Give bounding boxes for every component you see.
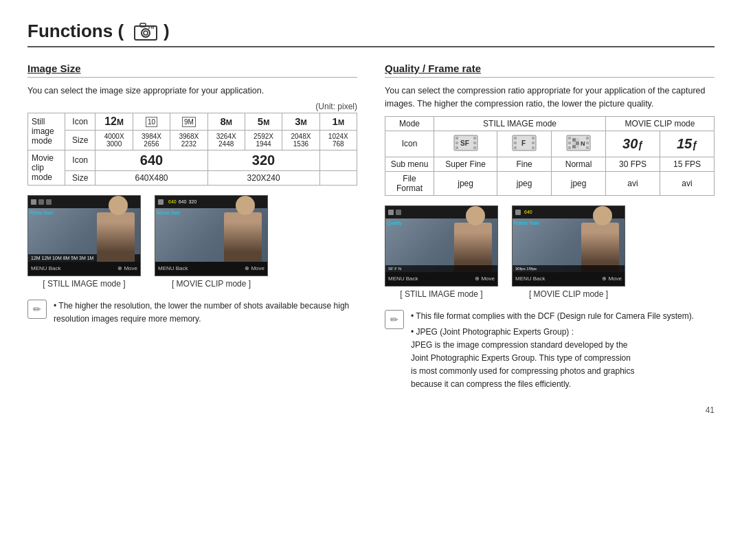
format-n: jpeg [552,171,606,195]
movie-screenshot-img: 640 640 320 Movie Size MENU Ba [155,195,268,276]
table-row: Size 4000X3000 3984X2656 3968X2232 3264X… [28,130,357,150]
svg-rect-3 [140,23,146,27]
quality-title: Quality / Frame rate [385,63,715,78]
quality-still-overlay: Quality [387,220,402,227]
fps30-icon-cell: 30ƒ [606,131,660,157]
svg-rect-24 [568,146,571,149]
movie-size-640: 640X480 [95,170,207,185]
icon-9m: 9M [170,113,207,130]
format-15fps: avi [660,171,715,195]
movie-size-empty [319,170,357,185]
format-sf: jpeg [434,171,497,195]
icon-10m: 10 [133,113,170,130]
svg-rect-14 [514,137,517,139]
still-image-header: STILL IMAGE mode [434,116,606,131]
mode-header: Mode [385,116,434,131]
format-label: FileFormat [385,171,434,195]
svg-rect-29 [576,138,579,142]
quality-note-1: • This file format complies with the DCF… [411,310,694,323]
title-text: Functions ( [27,21,124,42]
svg-point-2 [144,31,148,35]
icon-row-label: Icon [385,131,434,157]
size-1024: 1024X768 [319,130,357,150]
svg-rect-30 [572,142,576,145]
quality-desc: You can select the compression ratio app… [385,85,715,111]
movie-clip-header: MOVIE CLIP mode [606,116,715,131]
image-size-table: Stillimagemode Icon 12M 10 9M 8M 5M 3M 1… [27,113,357,186]
size-2048: 2048X1536 [282,130,319,150]
quality-movie-img: 640 Frame Rate 30fps 15fps [512,205,625,287]
svg-text:F: F [521,139,526,147]
image-size-desc: You can select the image size appropriat… [27,85,357,98]
movie-label: Movieclipmode [28,150,65,185]
page-title: Functions ( FN ) [27,21,715,47]
size-4000: 4000X3000 [95,130,133,150]
icon-1m: 1M [319,113,357,130]
quality-notes: ✏ • This file format complies with the D… [385,310,715,392]
still-screenshot-label: [ STILL IMAGE mode ] [43,279,125,289]
svg-rect-26 [586,142,589,144]
format-f: jpeg [497,171,552,195]
still-label: Stillimagemode [28,113,65,150]
icon-5m: 5M [245,113,282,130]
quality-section: Quality / Frame rate You can select the … [385,63,715,392]
submenu-30fps: 30 FPS [606,157,660,171]
image-size-note: ✏ • The higher the resolution, the lower… [27,300,357,326]
image-size-section: Image Size You can select the image size… [27,63,357,392]
svg-rect-25 [586,137,589,139]
table-row: Size 640X480 320X240 [28,170,357,185]
sf-icon: SF [453,133,478,153]
movie-icon-320: 320 [207,150,319,170]
quality-movie-label: [ MOVIE CLIP mode ] [529,289,608,299]
movie-icon-640: 640 [95,150,207,170]
svg-rect-16 [514,146,517,149]
quality-table: Mode STILL IMAGE mode MOVIE CLIP mode Ic… [385,116,715,196]
movie-icon-empty [319,150,357,170]
movie-size-320: 320X240 [207,170,319,185]
svg-rect-27 [586,146,589,149]
unit-note: (Unit: pixel) [27,102,357,111]
svg-rect-8 [456,146,458,149]
quality-note-2: • JPEG (Joint Photographic Experts Group… [411,326,694,392]
still-screenshot-img: Photo Size 12M 12M 10M 8M 5M 3M 1M [27,195,141,276]
svg-rect-18 [532,142,535,144]
f-icon-cell: F [497,131,552,157]
size-3984: 3984X2656 [133,130,170,150]
size-2592: 2592X1944 [245,130,282,150]
movie-size-label: Size [65,170,95,185]
still-overlay-text: Photo Size [30,210,53,216]
note-text: • The higher the resolution, the lower t… [54,300,357,326]
format-30fps: avi [606,171,660,195]
size-label: Size [65,130,95,150]
table-row: Movieclipmode Icon 640 320 [28,150,357,170]
svg-text:SF: SF [460,139,469,147]
icon-3m: 3M [282,113,319,130]
fps15-icon-cell: 15ƒ [660,131,715,157]
table-row: Stillimagemode Icon 12M 10 9M 8M 5M 3M 1… [28,113,357,130]
title-suffix: ) [164,21,170,42]
svg-rect-15 [514,142,517,144]
svg-rect-17 [532,137,535,139]
submenu-15fps: 15 FPS [660,157,715,171]
quality-still-label: [ STILL IMAGE mode ] [400,289,482,299]
note-content: The higher the resolution, the lower the… [54,301,349,324]
movie-screenshot-label: [ MOVIE CLIP mode ] [172,279,251,289]
svg-rect-7 [456,142,458,144]
note-bullet: • [54,301,56,311]
fps15-icon: 15ƒ [677,136,697,151]
svg-rect-22 [568,137,571,139]
quality-header-row: Mode STILL IMAGE mode MOVIE CLIP mode [385,116,715,131]
icon-8m: 8M [207,113,245,130]
submenu-label: Sub menu [385,157,434,171]
quality-note-1-text: This file format complies with the DCF (… [416,311,694,321]
quality-format-row: FileFormat jpeg jpeg jpeg avi avi [385,171,715,195]
svg-rect-11 [473,146,476,149]
movie-screenshot: 640 640 320 Movie Size MENU Ba [155,195,268,289]
quality-icon-row: Icon SF [385,131,715,157]
size-3968: 3968X2232 [170,130,207,150]
svg-rect-23 [568,142,571,144]
quality-movie-overlay: Frame Rate [514,220,539,227]
submenu-normal: Normal [552,157,606,171]
quality-screenshots: Quality SF F N MENU Back ⊕ Move [385,205,715,299]
n-icon-cell: N [552,131,606,157]
